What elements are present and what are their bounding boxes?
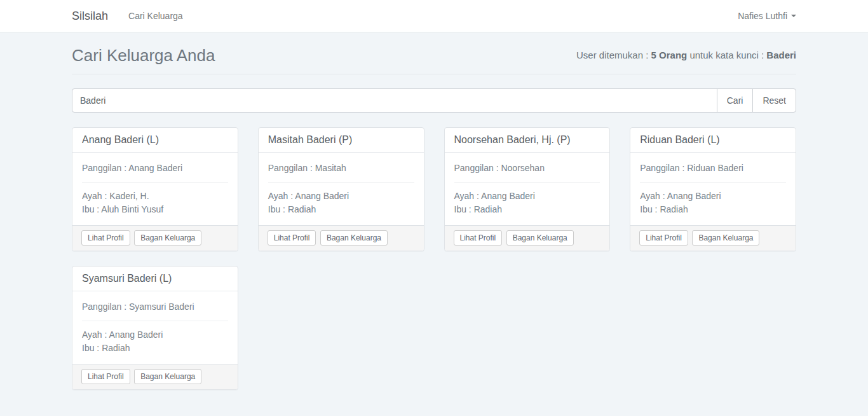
person-card-body: Panggilan : Syamsuri Baderi Ayah : Anang… [72, 291, 238, 364]
person-card-body: Panggilan : Riduan Baderi Ayah : Anang B… [630, 153, 796, 225]
person-card-footer: Lihat Profil Bagan Keluarga [630, 225, 796, 251]
page-header: Cari Keluarga Anda User ditemukan : 5 Or… [72, 46, 796, 74]
person-card-title: Anang Baderi (L) [72, 128, 238, 153]
top-navbar: Silsilah Cari Keluarga Nafies Luthfi [0, 0, 868, 32]
card-divider [82, 182, 228, 183]
family-chart-button[interactable]: Bagan Keluarga [506, 230, 574, 246]
person-card-title: Riduan Baderi (L) [630, 128, 796, 153]
search-input[interactable] [72, 88, 717, 113]
person-mother-line: Ibu : Radiah [640, 203, 786, 216]
person-card: Anang Baderi (L) Panggilan : Anang Bader… [72, 127, 238, 251]
person-card-title: Masitah Baderi (P) [259, 128, 424, 153]
person-mother-line: Ibu : Radiah [454, 203, 600, 216]
family-chart-button[interactable]: Bagan Keluarga [692, 230, 759, 246]
person-card-body: Panggilan : Masitah Ayah : Anang Baderi … [259, 153, 424, 225]
result-prefix: User ditemukan : [576, 50, 651, 60]
search-result-summary: User ditemukan : 5 Orang untuk kata kunc… [576, 50, 796, 60]
card-divider [82, 321, 228, 321]
person-card-footer: Lihat Profil Bagan Keluarga [72, 225, 238, 251]
caret-down-icon [791, 15, 796, 17]
person-nickname-line: Panggilan : Noorsehan [454, 162, 600, 175]
card-divider [640, 182, 786, 183]
person-card-footer: Lihat Profil Bagan Keluarga [259, 225, 424, 251]
person-card: Riduan Baderi (L) Panggilan : Riduan Bad… [630, 127, 796, 251]
user-dropdown[interactable]: Nafies Luthfi [738, 11, 796, 21]
person-card: Masitah Baderi (P) Panggilan : Masitah A… [258, 127, 424, 251]
reset-button[interactable]: Reset [752, 88, 796, 113]
person-nickname-line: Panggilan : Syamsuri Baderi [82, 300, 228, 314]
view-profile-button[interactable]: Lihat Profil [454, 230, 503, 246]
family-chart-button[interactable]: Bagan Keluarga [134, 230, 201, 246]
person-mother-line: Ibu : Radiah [82, 342, 228, 355]
search-bar: Cari Reset [72, 88, 796, 113]
result-middle: untuk kata kunci : [687, 50, 766, 60]
person-card: Syamsuri Baderi (L) Panggilan : Syamsuri… [72, 266, 238, 390]
person-card-body: Panggilan : Noorsehan Ayah : Anang Bader… [445, 153, 610, 225]
person-nickname-line: Panggilan : Anang Baderi [82, 162, 228, 175]
result-count: 5 Orang [651, 50, 688, 60]
person-father-line: Ayah : Anang Baderi [640, 190, 786, 203]
family-chart-button[interactable]: Bagan Keluarga [134, 369, 201, 384]
card-divider [268, 182, 414, 183]
person-father-line: Ayah : Anang Baderi [454, 190, 600, 203]
view-profile-button[interactable]: Lihat Profil [81, 230, 130, 246]
person-father-line: Ayah : Anang Baderi [268, 190, 414, 203]
result-keyword: Baderi [766, 50, 796, 60]
person-mother-line: Ibu : Radiah [268, 203, 414, 216]
nav-item-cari-keluarga[interactable]: Cari Keluarga [119, 11, 192, 21]
person-card: Noorsehan Baderi, Hj. (P) Panggilan : No… [444, 127, 611, 251]
person-father-line: Ayah : Kaderi, H. [82, 190, 228, 203]
person-mother-line: Ibu : Aluh Binti Yusuf [82, 203, 228, 216]
person-nickname-line: Panggilan : Masitah [268, 162, 414, 175]
page-title: Cari Keluarga Anda [72, 46, 215, 65]
person-card-footer: Lihat Profil Bagan Keluarga [72, 364, 238, 389]
person-card-footer: Lihat Profil Bagan Keluarga [445, 225, 610, 251]
view-profile-button[interactable]: Lihat Profil [639, 230, 688, 246]
person-nickname-line: Panggilan : Riduan Baderi [640, 162, 786, 175]
family-chart-button[interactable]: Bagan Keluarga [320, 230, 388, 246]
card-divider [454, 182, 600, 183]
person-card-body: Panggilan : Anang Baderi Ayah : Kaderi, … [72, 153, 238, 225]
view-profile-button[interactable]: Lihat Profil [81, 369, 130, 384]
brand-link[interactable]: Silsilah [72, 10, 108, 23]
person-card-title: Syamsuri Baderi (L) [72, 267, 238, 291]
person-father-line: Ayah : Anang Baderi [82, 328, 228, 342]
main-content: Cari Keluarga Anda User ditemukan : 5 Or… [62, 32, 806, 390]
results-grid: Anang Baderi (L) Panggilan : Anang Bader… [72, 127, 796, 390]
search-button[interactable]: Cari [717, 88, 754, 113]
navbar-container: Silsilah Cari Keluarga Nafies Luthfi [62, 0, 806, 32]
user-name: Nafies Luthfi [738, 11, 787, 21]
view-profile-button[interactable]: Lihat Profil [268, 230, 316, 246]
person-card-title: Noorsehan Baderi, Hj. (P) [445, 128, 610, 153]
